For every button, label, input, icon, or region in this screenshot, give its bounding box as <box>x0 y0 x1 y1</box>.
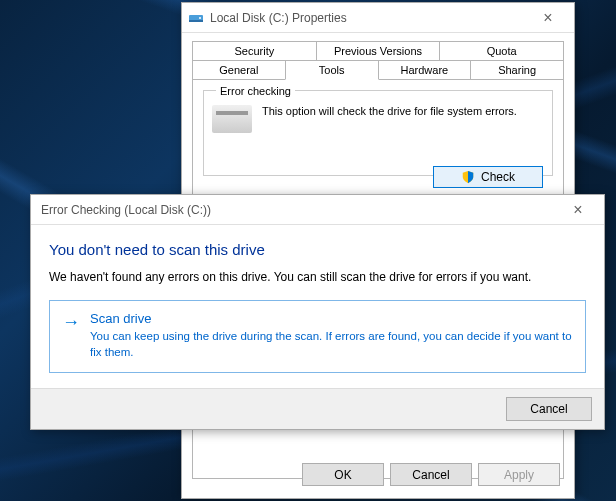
close-icon[interactable]: × <box>528 9 568 27</box>
error-checking-description: This option will check the drive for fil… <box>262 105 544 133</box>
message: We haven't found any errors on this driv… <box>49 270 586 284</box>
shield-icon <box>461 170 475 184</box>
properties-footer: OK Cancel Apply <box>302 463 560 486</box>
cancel-button[interactable]: Cancel <box>506 397 592 421</box>
tab-sharing[interactable]: Sharing <box>470 60 564 80</box>
ok-button[interactable]: OK <box>302 463 384 486</box>
svg-point-2 <box>199 17 201 19</box>
heading: You don't need to scan this drive <box>49 241 586 258</box>
scan-drive-description: You can keep using the drive during the … <box>90 328 573 360</box>
arrow-right-icon: → <box>62 313 80 360</box>
error-checking-group: Error checking This option will check th… <box>203 90 553 176</box>
tab-hardware[interactable]: Hardware <box>378 60 472 80</box>
error-checking-dialog: Error Checking (Local Disk (C:)) × You d… <box>30 194 605 430</box>
tab-previous-versions[interactable]: Previous Versions <box>316 41 441 60</box>
check-button[interactable]: Check <box>433 166 543 188</box>
tab-security[interactable]: Security <box>192 41 317 60</box>
tab-strip: Security Previous Versions Quota General… <box>182 33 574 80</box>
error-checking-title: Error Checking (Local Disk (C:)) <box>37 203 558 217</box>
tab-tools[interactable]: Tools <box>285 60 379 80</box>
error-checking-titlebar: Error Checking (Local Disk (C:)) × <box>31 195 604 225</box>
drive-icon <box>188 10 204 26</box>
svg-rect-1 <box>189 20 203 22</box>
check-button-label: Check <box>481 170 515 184</box>
drive-image-icon <box>212 105 252 133</box>
cancel-button[interactable]: Cancel <box>390 463 472 486</box>
scan-drive-option[interactable]: → Scan drive You can keep using the driv… <box>49 300 586 373</box>
close-icon[interactable]: × <box>558 201 598 219</box>
group-title: Error checking <box>216 85 295 97</box>
apply-button: Apply <box>478 463 560 486</box>
error-checking-body: You don't need to scan this drive We hav… <box>31 225 604 389</box>
properties-titlebar: Local Disk (C:) Properties × <box>182 3 574 33</box>
error-checking-footer: Cancel <box>31 388 604 429</box>
tab-general[interactable]: General <box>192 60 286 80</box>
scan-drive-title: Scan drive <box>90 311 573 326</box>
tab-quota[interactable]: Quota <box>439 41 564 60</box>
properties-title: Local Disk (C:) Properties <box>210 11 528 25</box>
